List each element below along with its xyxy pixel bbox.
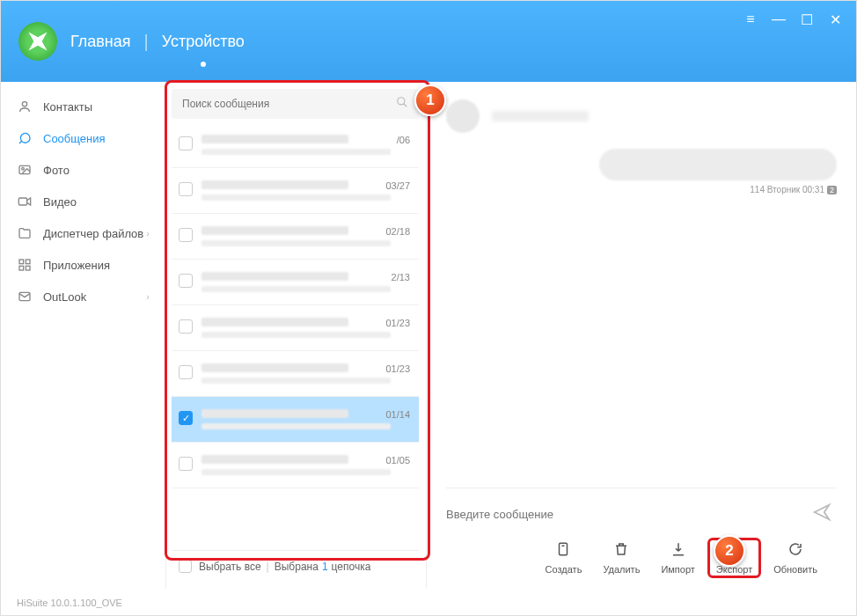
svg-point-0 xyxy=(22,102,26,106)
body: Контакты Сообщения Фото Видео Диспетчер … xyxy=(1,82,856,589)
tab-home[interactable]: Главная xyxy=(70,29,131,55)
import-button[interactable]: Импорт xyxy=(652,538,703,578)
trash-icon xyxy=(613,541,629,561)
main-area: /06 03/27 02/18 2/13 01/23 01/23 ✓01/14 … xyxy=(166,82,856,589)
video-icon xyxy=(17,194,33,209)
svg-point-9 xyxy=(398,98,405,105)
outgoing-message: 114 Вторник 00:312 xyxy=(446,149,837,194)
menu-icon[interactable]: ≡ xyxy=(743,11,758,28)
window-controls: ≡ — ☐ ✕ xyxy=(743,11,843,28)
message-bubble xyxy=(599,149,837,180)
sidebar-item-photo[interactable]: Фото xyxy=(1,154,165,186)
maximize-icon[interactable]: ☐ xyxy=(799,11,815,28)
delete-button[interactable]: Удалить xyxy=(594,538,648,578)
chat-bubbles: 114 Вторник 00:312 xyxy=(446,149,837,488)
checkbox[interactable]: ✓ xyxy=(179,411,193,425)
message-date: 01/14 xyxy=(385,409,410,420)
message-item[interactable]: /06 xyxy=(172,122,419,168)
create-button[interactable]: Создать xyxy=(537,538,591,578)
message-item[interactable]: 2/13 xyxy=(172,260,419,305)
message-list: /06 03/27 02/18 2/13 01/23 01/23 ✓01/14 … xyxy=(166,82,427,589)
messages-scroll[interactable]: /06 03/27 02/18 2/13 01/23 01/23 ✓01/14 … xyxy=(172,122,419,550)
sidebar-item-contacts[interactable]: Контакты xyxy=(1,91,165,122)
message-item[interactable]: 03/27 xyxy=(172,168,419,214)
app-window: Главная | Устройство ≡ — ☐ ✕ Контакты Со… xyxy=(0,0,857,616)
close-icon[interactable]: ✕ xyxy=(827,11,843,28)
svg-rect-7 xyxy=(26,266,30,270)
select-all-bar: Выбрать все | Выбрана 1 цепочка xyxy=(172,550,419,582)
chat-pane: 114 Вторник 00:312 Создать Удалить xyxy=(427,82,856,589)
send-button[interactable] xyxy=(807,497,837,531)
search-input[interactable] xyxy=(182,98,396,110)
svg-rect-3 xyxy=(18,198,26,205)
chevron-right-icon: › xyxy=(146,291,150,302)
refresh-icon xyxy=(787,541,803,561)
nav-divider: | xyxy=(144,32,149,52)
contacts-icon xyxy=(17,99,33,114)
compose-input[interactable] xyxy=(446,508,807,521)
compose-row xyxy=(446,488,837,531)
annotation-callout-2: 2 xyxy=(714,535,745,567)
sidebar-label: Приложения xyxy=(43,259,110,272)
tab-device[interactable]: Устройство xyxy=(162,29,245,55)
message-date: 03/27 xyxy=(385,180,410,191)
import-icon xyxy=(670,541,686,561)
toolbar: Создать Удалить Импорт Экспорт xyxy=(446,531,837,578)
svg-rect-10 xyxy=(560,543,568,555)
message-date: /06 xyxy=(397,135,410,145)
refresh-button[interactable]: Обновить xyxy=(765,538,826,578)
select-all-label[interactable]: Выбрать все xyxy=(199,561,261,573)
select-all-checkbox[interactable] xyxy=(179,560,192,573)
files-icon xyxy=(17,225,33,241)
search-icon[interactable] xyxy=(396,96,408,112)
chevron-right-icon: › xyxy=(146,228,150,238)
minimize-icon[interactable]: — xyxy=(771,11,787,28)
messages-icon xyxy=(17,130,33,146)
nav-tabs: Главная | Устройство xyxy=(70,29,245,55)
message-item[interactable]: 01/23 xyxy=(172,305,419,351)
sidebar-label: Видео xyxy=(43,195,77,209)
mail-icon xyxy=(17,289,33,304)
avatar xyxy=(446,99,480,133)
sidebar-item-outlook[interactable]: OutLook › xyxy=(1,281,165,312)
header-bar: Главная | Устройство ≡ — ☐ ✕ xyxy=(1,1,856,82)
message-item[interactable]: ✓01/14 xyxy=(172,397,419,443)
annotation-callout-1: 1 xyxy=(414,84,446,116)
message-item[interactable]: 01/05 xyxy=(172,443,419,488)
sidebar-item-files[interactable]: Диспетчер файлов › xyxy=(1,217,165,249)
status-bar: HiSuite 10.0.1.100_OVE xyxy=(17,598,122,608)
selected-suffix: цепочка xyxy=(332,561,371,573)
message-meta: 114 Вторник 00:312 xyxy=(750,185,837,194)
sidebar-item-video[interactable]: Видео xyxy=(1,186,165,217)
checkbox[interactable] xyxy=(179,365,193,379)
checkbox[interactable] xyxy=(179,228,193,242)
sidebar-item-messages[interactable]: Сообщения xyxy=(1,122,165,154)
message-list-panel: /06 03/27 02/18 2/13 01/23 01/23 ✓01/14 … xyxy=(166,82,427,589)
sidebar: Контакты Сообщения Фото Видео Диспетчер … xyxy=(1,82,166,589)
message-item[interactable]: 02/18 xyxy=(172,214,419,260)
chat-header xyxy=(446,99,837,133)
checkbox[interactable] xyxy=(179,274,193,288)
svg-point-2 xyxy=(22,167,25,170)
search-box[interactable] xyxy=(172,89,419,119)
svg-rect-5 xyxy=(26,260,30,264)
photo-icon xyxy=(17,162,33,178)
chat-contact-name xyxy=(492,111,589,121)
sidebar-label: Сообщения xyxy=(43,132,106,145)
sidebar-label: Диспетчер файлов xyxy=(43,227,143,240)
svg-rect-6 xyxy=(19,266,24,270)
checkbox[interactable] xyxy=(179,457,193,471)
message-date: 01/23 xyxy=(385,318,410,328)
checkbox[interactable] xyxy=(179,319,193,334)
selected-prefix: Выбрана xyxy=(275,561,319,573)
sim-badge: 2 xyxy=(827,186,837,194)
svg-rect-4 xyxy=(19,260,24,264)
checkbox[interactable] xyxy=(179,136,193,150)
message-date: 2/13 xyxy=(392,272,410,282)
sidebar-label: OutLook xyxy=(43,290,86,304)
message-date: 01/05 xyxy=(385,455,410,466)
message-item[interactable]: 01/23 xyxy=(172,351,419,397)
sidebar-item-apps[interactable]: Приложения xyxy=(1,249,165,281)
checkbox[interactable] xyxy=(179,182,193,196)
app-logo xyxy=(18,22,57,61)
